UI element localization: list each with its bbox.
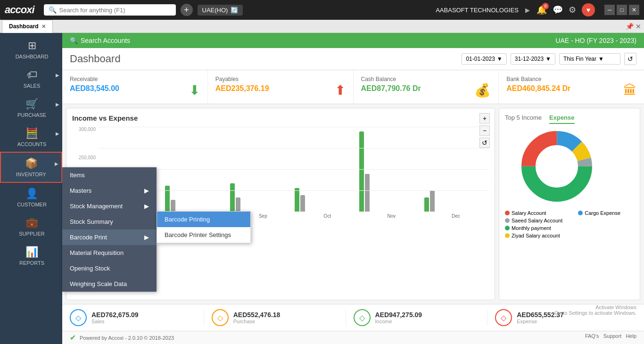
- menu-item-stock-summary[interactable]: Stock Summary: [62, 214, 157, 229]
- refresh-button[interactable]: ↺: [624, 53, 636, 65]
- legend-label-monthly: Monthly payment: [512, 225, 551, 231]
- receivable-icon: ⬇: [189, 82, 200, 98]
- fin-year-select[interactable]: This Fin Year ▼: [559, 53, 620, 65]
- sidebar-item-sales[interactable]: 🏷 ▶ SALES: [0, 64, 62, 93]
- close-all-icon[interactable]: ✕: [636, 23, 641, 30]
- accounts-arrow: ▶: [56, 131, 59, 136]
- accounts-icon: 🧮: [25, 127, 38, 139]
- tab-close-icon[interactable]: ✕: [41, 24, 46, 30]
- close-button[interactable]: ✕: [629, 5, 639, 15]
- donut-tab-expense[interactable]: Expense: [549, 114, 574, 124]
- expense-bar-oct: [300, 195, 305, 212]
- footer-powered: Powered by Accoxi - 2.0.10 © 2018-2023: [80, 335, 174, 341]
- submenu-item-barcode-printing[interactable]: Barcode Printing: [157, 212, 250, 227]
- sales-stat-label: Sales: [91, 319, 139, 324]
- refresh-icon: 🔄: [231, 7, 238, 14]
- inventory-icon: 📦: [25, 157, 38, 170]
- income-bar-nov: [359, 131, 364, 212]
- menu-item-weighing-scale[interactable]: Weighing Scale Data: [62, 276, 157, 292]
- menu-item-masters[interactable]: Masters ▶: [62, 183, 157, 198]
- add-button[interactable]: +: [181, 4, 193, 16]
- stat-sales: ◇ AED762,675.09 Sales: [70, 309, 204, 326]
- date-from-value: 01-01-2023: [466, 56, 495, 62]
- footer-links: FAQ's Support Help: [585, 333, 636, 342]
- gear-icon[interactable]: ⚙: [569, 5, 576, 15]
- inventory-menu: Items Masters ▶ Stock Management ▶ Stock…: [62, 167, 157, 292]
- sidebar: ⊞ DASHBOARD 🏷 ▶ SALES 🛒 ▶ PURCHASE 🧮 ▶ A…: [0, 33, 62, 344]
- sidebar-item-dashboard[interactable]: ⊞ DASHBOARD: [0, 35, 62, 64]
- chevron-down-icon-3: ▼: [598, 56, 604, 62]
- cash-balance-value: AED87,790.76 Dr: [361, 84, 491, 93]
- tab-label: Dashboard: [9, 23, 39, 30]
- search-box[interactable]: 🔍: [44, 4, 176, 16]
- submenu-label-barcode-printing: Barcode Printing: [165, 216, 210, 223]
- menu-item-opening-stock[interactable]: Opening Stock: [62, 261, 157, 276]
- company-selector[interactable]: UAE(HO) 🔄: [198, 5, 243, 16]
- payables-label: Payables: [215, 76, 346, 82]
- purchase-stat-label: Purchase: [233, 319, 281, 324]
- donut-tab-income[interactable]: Top 5 Income: [505, 114, 542, 124]
- cash-balance-icon: 💰: [474, 82, 491, 98]
- x-label-nov: Nov: [360, 213, 422, 219]
- dashboard-tab[interactable]: Dashboard ✕: [2, 20, 53, 33]
- sidebar-label-inventory: INVENTORY: [16, 172, 46, 177]
- date-from-input[interactable]: 01-01-2023 ▼: [462, 53, 506, 65]
- chart-plus-button[interactable]: +: [479, 113, 490, 123]
- menu-item-items[interactable]: Items: [62, 167, 157, 183]
- bar-group-nov: [359, 131, 422, 212]
- sidebar-item-customer[interactable]: 👤 CUSTOMER: [0, 183, 62, 212]
- maximize-button[interactable]: □: [617, 5, 627, 15]
- menu-item-barcode-print[interactable]: Barcode Print ▶: [62, 229, 157, 245]
- date-to-input[interactable]: 31-12-2023 ▼: [511, 53, 555, 65]
- sales-stat-value: AED762,675.09: [91, 311, 139, 319]
- legend-monthly: Monthly payment: [505, 225, 576, 231]
- win-activate-line2: Go to Settings to activate Windows.: [554, 310, 636, 316]
- sidebar-item-inventory[interactable]: 📦 ▶ INVENTORY: [0, 152, 62, 183]
- expense-bar-dec: [430, 190, 435, 212]
- legend-dot-cargo: [578, 211, 583, 215]
- faq-link[interactable]: FAQ's: [585, 333, 599, 339]
- menu-label-masters: Masters: [70, 187, 91, 194]
- barcode-submenu: Barcode Printing Barcode Printer Setting…: [157, 211, 251, 243]
- avatar[interactable]: ♥: [582, 3, 595, 16]
- legend-salary: Salary Account: [505, 210, 576, 216]
- help-link[interactable]: Help: [626, 333, 636, 339]
- bar-group-dec: [424, 190, 487, 212]
- dashboard-icon: ⊞: [28, 40, 36, 52]
- sidebar-item-supplier[interactable]: 💼 SUPPLIER: [0, 212, 62, 241]
- sidebar-item-accounts[interactable]: 🧮 ▶ ACCOUNTS: [0, 123, 62, 152]
- menu-item-material-req[interactable]: Material Requisition: [62, 245, 157, 261]
- sidebar-item-purchase[interactable]: 🛒 ▶ PURCHASE: [0, 93, 62, 123]
- menu-label-barcode-print: Barcode Print: [70, 234, 107, 241]
- chat-icon[interactable]: 💬: [553, 5, 563, 15]
- bell-icon[interactable]: 🔔8: [537, 5, 547, 15]
- sidebar-label-dashboard: DASHBOARD: [16, 54, 49, 59]
- date-to-value: 31-12-2023: [515, 56, 544, 62]
- sidebar-item-reports[interactable]: 📊 REPORTS: [0, 241, 62, 270]
- win-activate-line1: Activate Windows: [554, 304, 636, 310]
- submenu-item-barcode-settings[interactable]: Barcode Printer Settings: [157, 227, 250, 243]
- sidebar-label-customer: CUSTOMER: [17, 202, 47, 207]
- legend-dot-ziyad: [505, 233, 510, 238]
- bar-group-aug: [165, 186, 228, 212]
- purchase-stat-value: AED552,476.18: [233, 311, 281, 319]
- bank-balance-value: AED460,845.24 Dr: [506, 84, 636, 93]
- pin-icon[interactable]: 📌: [626, 23, 634, 30]
- bank-balance-icon: 🏛: [623, 82, 636, 98]
- sales-stat-icon: ◇: [70, 309, 87, 326]
- support-link[interactable]: Support: [603, 333, 622, 339]
- stock-mgmt-arrow: ▶: [144, 203, 149, 210]
- income-bar-sep: [230, 183, 235, 212]
- chevron-down-icon-2: ▼: [545, 56, 551, 62]
- dashboard-controls: 01-01-2023 ▼ 31-12-2023 ▼ This Fin Year …: [462, 53, 636, 65]
- search-accounts-left[interactable]: 🔍 Search Accounts: [70, 37, 130, 44]
- stat-purchase: ◇ AED552,476.18 Purchase: [212, 309, 346, 326]
- receivable-label: Receivable: [70, 76, 200, 82]
- expense-bar-sep: [236, 197, 240, 212]
- sales-icon: 🏷: [27, 69, 37, 81]
- search-input[interactable]: [59, 7, 163, 14]
- footer: ✔ Powered by Accoxi - 2.0.10 © 2018-2023…: [62, 331, 644, 344]
- receivable-value: AED83,545.00: [70, 84, 200, 93]
- menu-item-stock-management[interactable]: Stock Management ▶: [62, 198, 157, 214]
- minimize-button[interactable]: ─: [604, 5, 615, 15]
